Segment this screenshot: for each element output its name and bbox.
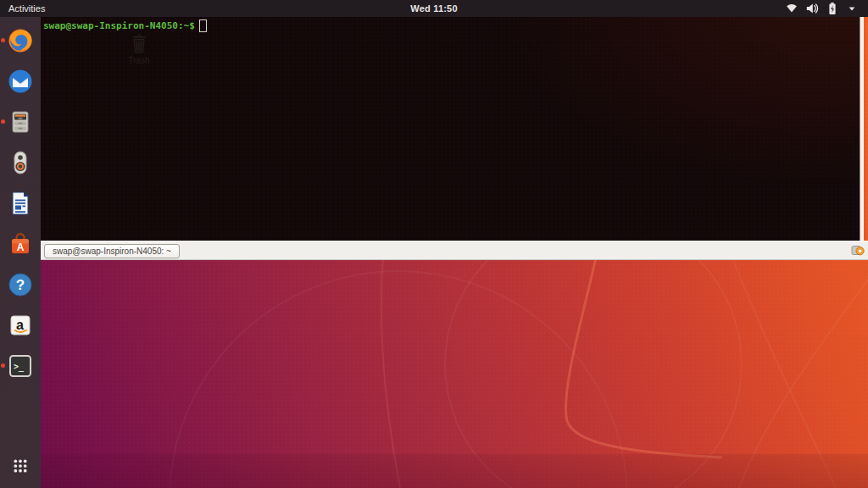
firefox-icon <box>7 27 34 54</box>
trash-label: Trash <box>119 56 159 65</box>
running-indicator-dot <box>1 119 5 124</box>
show-applications-grid-icon <box>9 455 31 477</box>
window-list-bar: swap@swap-Inspiron-N4050: ~ <box>41 241 868 260</box>
workspace-indicator-icon[interactable] <box>851 244 865 258</box>
desktop-screen: Trash swap@swap-Inspiron-N4050:~$ swap@s… <box>0 0 868 488</box>
svg-text:a: a <box>16 318 24 332</box>
firefox-launcher[interactable] <box>5 25 36 56</box>
terminal-content[interactable]: swap@swap-Inspiron-N4050:~$ <box>41 17 860 32</box>
terminal-cursor <box>199 19 207 32</box>
trash-desktop-icon: Trash <box>119 30 159 65</box>
svg-text:>_: >_ <box>14 362 25 372</box>
thunderbird-launcher[interactable] <box>5 66 36 97</box>
terminal-window[interactable]: Trash swap@swap-Inspiron-N4050:~$ <box>41 17 860 241</box>
ubuntu-software-icon: A <box>7 230 34 258</box>
svg-text:A: A <box>17 241 25 253</box>
rhythmbox-launcher[interactable] <box>5 147 36 178</box>
libreoffice-writer-launcher[interactable] <box>5 188 36 219</box>
svg-text:?: ? <box>16 277 25 293</box>
wallpaper-bottom-band <box>0 454 868 488</box>
volume-icon <box>805 2 819 15</box>
thunderbird-icon <box>7 68 34 95</box>
running-indicator-dot <box>1 38 5 42</box>
running-indicator-dot <box>1 363 5 368</box>
ubuntu-software-launcher[interactable]: A <box>5 229 36 259</box>
show-applications-button[interactable] <box>5 451 36 481</box>
dock: A ? a >_ <box>0 17 41 488</box>
trash-icon <box>125 30 153 58</box>
system-status-area[interactable] <box>785 2 868 15</box>
network-wireless-icon <box>785 2 798 15</box>
libreoffice-writer-icon <box>7 190 34 217</box>
top-bar: Activities Wed 11:50 <box>0 0 868 17</box>
terminal-launcher[interactable]: >_ <box>5 351 36 381</box>
amazon-launcher[interactable]: a <box>5 310 36 341</box>
rhythmbox-icon <box>7 149 34 176</box>
help-launcher[interactable]: ? <box>5 269 36 300</box>
chevron-down-icon <box>846 3 858 14</box>
window-list-tab-terminal[interactable]: swap@swap-Inspiron-N4050: ~ <box>44 244 180 258</box>
battery-charging-icon <box>826 2 839 15</box>
terminal-icon: >_ <box>7 352 34 380</box>
files-icon <box>7 108 34 136</box>
files-launcher[interactable] <box>5 107 36 137</box>
terminal-scrollbar[interactable] <box>860 17 864 241</box>
help-icon: ? <box>7 271 34 298</box>
clock-button[interactable]: Wed 11:50 <box>0 3 868 14</box>
amazon-icon: a <box>7 312 34 339</box>
